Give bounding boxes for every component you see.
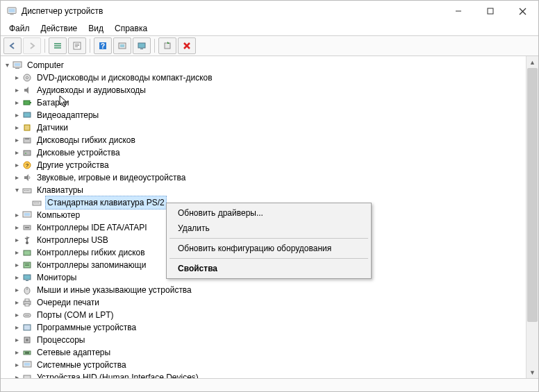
expand-icon[interactable]: ▸ [12, 296, 22, 309]
close-button[interactable] [506, 1, 538, 22]
toolbar-monitor-icon[interactable] [133, 37, 151, 54]
tree-item-print[interactable]: ▸Очереди печати [2, 296, 526, 309]
expand-icon[interactable]: ▸ [12, 271, 22, 284]
tree-item-sys[interactable]: ▸Системные устройства [2, 359, 526, 371]
svg-text:?: ? [26, 162, 29, 169]
other-icon: ? [22, 160, 33, 171]
tree-root[interactable]: ▾ Computer [2, 59, 526, 71]
collapse-icon[interactable]: ▾ [2, 59, 12, 71]
svg-rect-27 [30, 102, 31, 103]
toolbar-help-icon[interactable]: ? [94, 37, 112, 54]
expand-icon[interactable]: ▸ [12, 259, 22, 271]
svg-point-66 [28, 315, 29, 316]
svg-rect-56 [24, 275, 31, 280]
expand-icon[interactable]: ▸ [12, 209, 22, 221]
toolbar-scan-icon[interactable] [113, 37, 131, 54]
expand-icon[interactable]: ▸ [12, 284, 22, 296]
ctx-update-drivers[interactable]: Обновить драйверы... [168, 205, 370, 221]
expand-icon[interactable]: ▸ [12, 109, 22, 121]
ctx-properties[interactable]: Свойства [168, 261, 370, 276]
menu-view[interactable]: Вид [83, 22, 109, 35]
svg-rect-38 [26, 190, 26, 191]
back-button[interactable] [3, 37, 22, 54]
tree-root-label: Computer [26, 59, 65, 71]
tree-item-net[interactable]: ▸Сетевые адаптеры [2, 346, 526, 359]
scroll-thumb[interactable] [527, 68, 538, 322]
toolbar-enable-icon[interactable] [158, 37, 176, 54]
vertical-scrollbar[interactable]: ▲ ▼ [526, 56, 538, 378]
keyboard-icon [22, 185, 33, 196]
tree-item-dvd[interactable]: ▸DVD-дисководы и дисководы компакт-диско… [2, 71, 526, 84]
tree-item-ports[interactable]: ▸Порты (COM и LPT) [2, 309, 526, 321]
tree-item-keyboards[interactable]: ▾Клавиатуры [2, 184, 526, 196]
tree-item-soft[interactable]: ▸Программные устройства [2, 321, 526, 334]
svg-rect-52 [24, 250, 31, 255]
svg-rect-31 [25, 138, 29, 139]
expand-icon[interactable]: ▸ [12, 84, 22, 96]
tree-item-audio[interactable]: ▸Аудиовходы и аудиовыходы [2, 84, 526, 96]
expand-icon[interactable]: ▸ [12, 334, 22, 346]
expand-icon[interactable]: ▸ [12, 171, 22, 184]
expand-icon[interactable]: ▸ [12, 359, 22, 371]
separator [169, 238, 368, 239]
svg-rect-67 [24, 325, 31, 330]
collapse-icon[interactable]: ▾ [12, 184, 22, 196]
expand-icon[interactable]: ▸ [12, 121, 22, 134]
statusbar [1, 378, 538, 391]
toolbar-delete-icon[interactable] [178, 37, 196, 54]
ctx-scan-hardware[interactable]: Обновить конфигурацию оборудования [168, 241, 370, 256]
toolbar-list-icon[interactable] [49, 37, 67, 54]
ctx-delete[interactable]: Удалить [168, 221, 370, 236]
svg-rect-32 [24, 151, 31, 155]
expand-icon[interactable]: ▸ [12, 246, 22, 259]
tree-item-sound[interactable]: ▸Звуковые, игровые и видеоустройства [2, 171, 526, 184]
expand-icon[interactable]: ▸ [12, 321, 22, 334]
menu-help[interactable]: Справка [109, 22, 153, 35]
tree-item-sensors[interactable]: ▸Датчики [2, 121, 526, 134]
expand-icon[interactable]: ▸ [12, 371, 22, 378]
svg-rect-26 [24, 101, 30, 105]
tree-item-video[interactable]: ▸Видеоадаптеры [2, 109, 526, 121]
svg-rect-2 [10, 14, 13, 15]
svg-rect-18 [138, 43, 145, 48]
scroll-up-icon[interactable]: ▲ [526, 56, 538, 68]
svg-rect-57 [26, 280, 28, 281]
tree-item-floppy[interactable]: ▸Дисководы гибких дисков [2, 134, 526, 146]
expand-icon[interactable]: ▸ [12, 346, 22, 359]
expand-icon[interactable]: ▸ [12, 221, 22, 234]
tree-item-cpu[interactable]: ▸Процессоры [2, 334, 526, 346]
menu-file[interactable]: Файл [3, 22, 35, 35]
forward-button[interactable] [23, 37, 41, 54]
battery-icon [22, 97, 33, 108]
expand-icon[interactable]: ▸ [12, 134, 22, 146]
scroll-down-icon[interactable]: ▼ [526, 366, 538, 378]
expand-icon[interactable]: ▸ [12, 159, 22, 171]
menu-action[interactable]: Действие [35, 22, 83, 35]
context-menu: Обновить драйверы... Удалить Обновить ко… [166, 203, 372, 279]
svg-rect-39 [27, 190, 28, 191]
minimize-button[interactable] [442, 1, 474, 22]
window-title: Диспетчер устройств [22, 6, 103, 16]
svg-rect-23 [15, 68, 19, 69]
tree-item-hid[interactable]: ▸Устройства HID (Human Interface Devices… [2, 371, 526, 378]
display-adapter-icon [22, 110, 33, 121]
expand-icon[interactable]: ▸ [12, 146, 22, 159]
svg-rect-47 [24, 213, 30, 216]
tree-item-disk[interactable]: ▸Дисковые устройства [2, 146, 526, 159]
tree-item-other[interactable]: ▸?Другие устройства [2, 159, 526, 171]
toolbar-properties-icon[interactable] [68, 37, 86, 54]
tree-item-battery[interactable]: ▸Батареи [2, 96, 526, 109]
dvd-icon [22, 72, 33, 83]
maximize-button[interactable] [474, 1, 506, 22]
tree-item-mice[interactable]: ▸Мыши и иные указывающие устройства [2, 284, 526, 296]
expand-icon[interactable]: ▸ [12, 96, 22, 109]
expand-icon[interactable]: ▸ [12, 309, 22, 321]
svg-rect-40 [28, 190, 29, 191]
svg-rect-1 [9, 9, 15, 12]
expand-icon[interactable]: ▸ [12, 234, 22, 246]
expand-icon[interactable]: ▸ [12, 71, 22, 84]
svg-rect-74 [24, 375, 31, 378]
svg-rect-42 [34, 203, 35, 203]
computer-icon [12, 60, 23, 71]
svg-rect-54 [25, 264, 29, 264]
